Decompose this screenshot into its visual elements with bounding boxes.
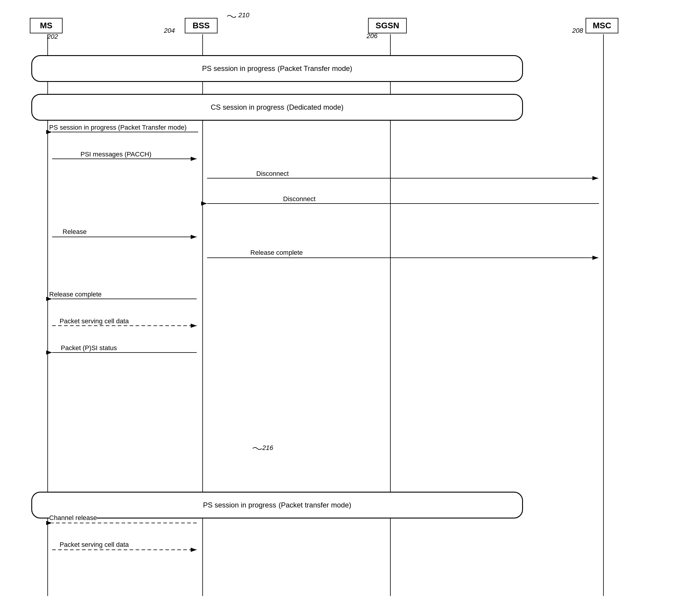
label-release-complete-ms: Release xyxy=(63,228,87,236)
entity-bss: BSS xyxy=(185,18,217,34)
entity-sgsn: SGSN xyxy=(368,18,407,34)
label-release: Disconnect xyxy=(283,195,316,203)
label-disconnect-ms: PSI messages (PACCH) xyxy=(81,150,151,158)
ref-204: 204 xyxy=(164,27,175,35)
label-packet-serving-bottom: Channel release xyxy=(49,514,97,522)
ref-216: 216 xyxy=(262,444,273,452)
label-channel-release: Packet (P)SI status xyxy=(61,344,117,352)
diagram: MS BSS SGSN MSC 202 204 206 208 210 212 … xyxy=(0,0,700,607)
label-packet-psi-top: Packet serving cell data xyxy=(60,317,129,325)
label-packet-psi-bottom: Packet serving cell data xyxy=(60,541,129,549)
ps-session-box-1: PS session in progress (Packet Transfer … xyxy=(31,55,523,82)
entity-msc: MSC xyxy=(586,18,618,34)
ref-206: 206 xyxy=(366,32,378,40)
ps-session-box-2: PS session in progress (Packet transfer … xyxy=(31,492,523,519)
entity-ms: MS xyxy=(30,18,63,34)
ref-208: 208 xyxy=(572,27,583,35)
ref-202: 202 xyxy=(47,33,58,41)
label-psi-messages: PS session in progress (Packet Transfer … xyxy=(49,124,187,131)
label-disconnect-bss: Disconnect xyxy=(256,170,289,177)
cs-session-box: CS session in progress (Dedicated mode) xyxy=(31,94,523,121)
label-release-complete-bss: Release complete xyxy=(250,249,303,256)
label-packet-serving-top: Release complete xyxy=(49,291,102,298)
ref-210: 210 xyxy=(238,11,250,19)
